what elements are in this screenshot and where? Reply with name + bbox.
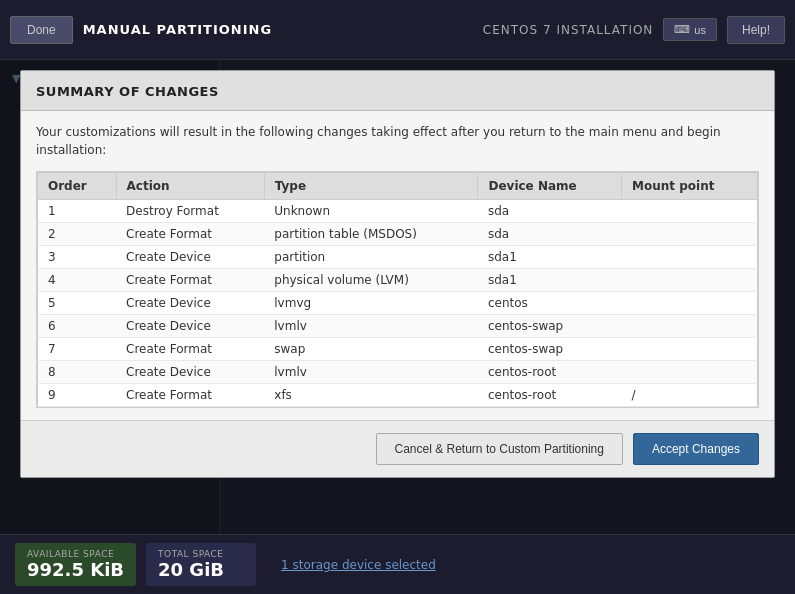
cell-order: 2 xyxy=(38,223,117,246)
keyboard-layout-label: us xyxy=(694,24,706,36)
dialog-header: SUMMARY OF CHANGES xyxy=(21,71,774,111)
cell-order: 4 xyxy=(38,269,117,292)
cell-action: Create Format xyxy=(116,223,264,246)
top-bar-right: CENTOS 7 INSTALLATION ⌨ us Help! xyxy=(483,16,785,44)
cell-mount xyxy=(622,200,758,223)
cell-type: physical volume (LVM) xyxy=(264,269,478,292)
cell-order: 6 xyxy=(38,315,117,338)
top-bar-left: Done MANUAL PARTITIONING xyxy=(10,16,272,44)
table-row: 6 Create Device lvmlv centos-swap xyxy=(38,315,758,338)
available-space-label: AVAILABLE SPACE xyxy=(27,549,124,559)
dialog-body: Your customizations will result in the f… xyxy=(21,111,774,420)
col-type: Type xyxy=(264,173,478,200)
cell-device: sda xyxy=(478,200,622,223)
cell-order: 5 xyxy=(38,292,117,315)
cell-device: sda1 xyxy=(478,246,622,269)
accept-changes-button[interactable]: Accept Changes xyxy=(633,433,759,465)
cell-order: 7 xyxy=(38,338,117,361)
cell-mount xyxy=(622,269,758,292)
cell-action: Create Device xyxy=(116,292,264,315)
cell-action: Create Device xyxy=(116,361,264,384)
app-title: MANUAL PARTITIONING xyxy=(83,22,272,37)
col-device-name: Device Name xyxy=(478,173,622,200)
cell-mount xyxy=(622,315,758,338)
total-space-box: TOTAL SPACE 20 GiB xyxy=(146,543,256,586)
table-row: 5 Create Device lvmvg centos xyxy=(38,292,758,315)
cell-mount xyxy=(622,292,758,315)
table-row: 9 Create Format xfs centos-root / xyxy=(38,384,758,407)
table-row: 4 Create Format physical volume (LVM) sd… xyxy=(38,269,758,292)
cell-action: Create Format xyxy=(116,384,264,407)
cell-device: centos-swap xyxy=(478,338,622,361)
dialog-overlay: SUMMARY OF CHANGES Your customizations w… xyxy=(0,60,795,534)
cell-order: 3 xyxy=(38,246,117,269)
done-button[interactable]: Done xyxy=(10,16,73,44)
cell-type: partition xyxy=(264,246,478,269)
cell-device: centos xyxy=(478,292,622,315)
dialog-title: SUMMARY OF CHANGES xyxy=(36,84,219,99)
table-row: 2 Create Format partition table (MSDOS) … xyxy=(38,223,758,246)
table-row: 1 Destroy Format Unknown sda xyxy=(38,200,758,223)
keyboard-button[interactable]: ⌨ us xyxy=(663,18,717,41)
cancel-button[interactable]: Cancel & Return to Custom Partitioning xyxy=(376,433,623,465)
cell-device: centos-root xyxy=(478,384,622,407)
available-space-value: 992.5 KiB xyxy=(27,559,124,580)
cell-device: centos-swap xyxy=(478,315,622,338)
cell-device: sda1 xyxy=(478,269,622,292)
table-row: 3 Create Device partition sda1 xyxy=(38,246,758,269)
cell-order: 8 xyxy=(38,361,117,384)
table-row: 7 Create Format swap centos-swap xyxy=(38,338,758,361)
cell-type: xfs xyxy=(264,384,478,407)
cell-type: lvmvg xyxy=(264,292,478,315)
cell-action: Create Format xyxy=(116,338,264,361)
cell-action: Create Device xyxy=(116,246,264,269)
keyboard-icon: ⌨ xyxy=(674,23,690,36)
cell-mount xyxy=(622,361,758,384)
changes-table: Order Action Type Device Name Mount poin… xyxy=(37,172,758,407)
changes-table-container[interactable]: Order Action Type Device Name Mount poin… xyxy=(36,171,759,408)
cell-type: lvmlv xyxy=(264,361,478,384)
total-space-value: 20 GiB xyxy=(158,559,244,580)
total-space-label: TOTAL SPACE xyxy=(158,549,244,559)
cell-mount: / xyxy=(622,384,758,407)
cell-device: sda xyxy=(478,223,622,246)
dialog-footer: Cancel & Return to Custom Partitioning A… xyxy=(21,420,774,477)
cell-action: Create Device xyxy=(116,315,264,338)
cell-type: partition table (MSDOS) xyxy=(264,223,478,246)
col-action: Action xyxy=(116,173,264,200)
cell-mount xyxy=(622,338,758,361)
storage-device-link[interactable]: 1 storage device selected xyxy=(281,558,436,572)
available-space-box: AVAILABLE SPACE 992.5 KiB xyxy=(15,543,136,586)
cell-action: Create Format xyxy=(116,269,264,292)
table-header-row: Order Action Type Device Name Mount poin… xyxy=(38,173,758,200)
cell-order: 1 xyxy=(38,200,117,223)
col-order: Order xyxy=(38,173,117,200)
top-bar: Done MANUAL PARTITIONING CENTOS 7 INSTAL… xyxy=(0,0,795,60)
cell-type: lvmlv xyxy=(264,315,478,338)
bottom-bar: AVAILABLE SPACE 992.5 KiB TOTAL SPACE 20… xyxy=(0,534,795,594)
cell-order: 9 xyxy=(38,384,117,407)
cell-device: centos-root xyxy=(478,361,622,384)
summary-dialog: SUMMARY OF CHANGES Your customizations w… xyxy=(20,70,775,478)
main-area: ▼ New CentOS 7 Installation centos-root … xyxy=(0,60,795,534)
col-mount-point: Mount point xyxy=(622,173,758,200)
help-button[interactable]: Help! xyxy=(727,16,785,44)
dialog-description: Your customizations will result in the f… xyxy=(36,123,759,159)
cell-mount xyxy=(622,246,758,269)
centos-title: CENTOS 7 INSTALLATION xyxy=(483,23,654,37)
cell-type: swap xyxy=(264,338,478,361)
cell-mount xyxy=(622,223,758,246)
cell-type: Unknown xyxy=(264,200,478,223)
cell-action: Destroy Format xyxy=(116,200,264,223)
table-row: 8 Create Device lvmlv centos-root xyxy=(38,361,758,384)
